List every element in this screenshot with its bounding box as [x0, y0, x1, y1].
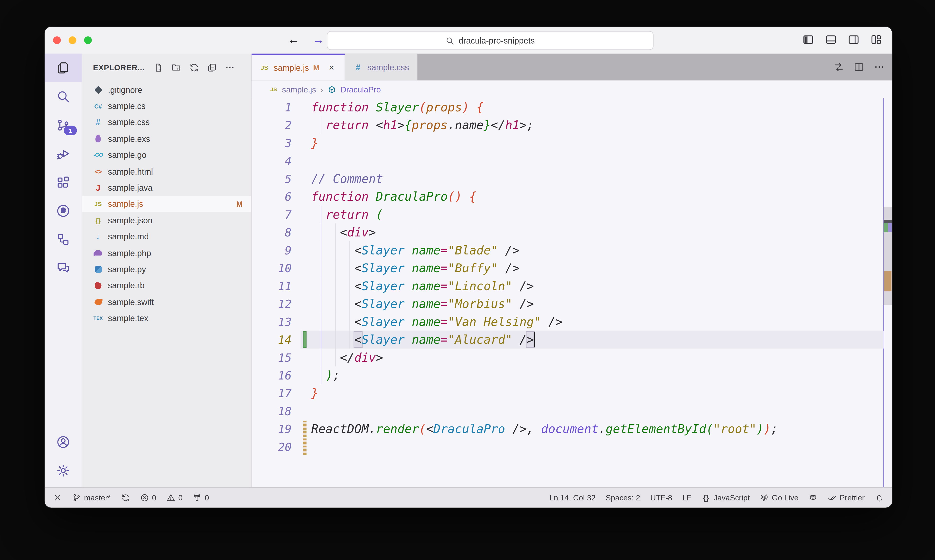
status-git-branch[interactable]: master*: [72, 493, 111, 502]
layout-sidebar-right-icon[interactable]: [847, 33, 860, 46]
activity-live-share[interactable]: [45, 254, 82, 282]
file-sample.py[interactable]: sample.py: [82, 261, 251, 277]
activity-remote-explorer[interactable]: [45, 225, 82, 254]
code-line-7[interactable]: 7 return (: [251, 206, 892, 223]
status-encoding[interactable]: UTF-8: [650, 493, 672, 502]
activity-account[interactable]: [45, 428, 82, 456]
navigate-back-button[interactable]: ←: [286, 32, 301, 48]
code-line-8[interactable]: 8 <div>: [251, 223, 892, 241]
code-line-15[interactable]: 15 </div>: [251, 349, 892, 366]
code-line-1[interactable]: 1function Slayer(props) {: [251, 98, 892, 116]
breadcrumb-file[interactable]: sample.js: [282, 85, 316, 94]
code-line-5[interactable]: 5// Comment: [251, 170, 892, 188]
line-number[interactable]: 18: [251, 402, 292, 420]
code-line-4[interactable]: 4: [251, 152, 892, 169]
line-number[interactable]: 17: [251, 385, 292, 402]
layout-editor-grid-icon[interactable]: [870, 33, 883, 46]
code-line-12[interactable]: 12 <Slayer name="Morbius" />: [251, 295, 892, 312]
file-sample.swift[interactable]: sample.swift: [82, 294, 251, 310]
file-sample.md[interactable]: ↓sample.md: [82, 228, 251, 245]
status-remote-indicator[interactable]: [53, 493, 62, 502]
line-number[interactable]: 19: [251, 420, 292, 438]
line-number[interactable]: 5: [251, 170, 292, 188]
file-sample.rb[interactable]: sample.rb: [82, 277, 251, 294]
more-icon[interactable]: [225, 63, 235, 73]
code-line-10[interactable]: 10 <Slayer name="Buffy" />: [251, 259, 892, 277]
file-sample.tex[interactable]: TEXsample.tex: [82, 310, 251, 326]
code-line-13[interactable]: 13 <Slayer name="Van Helsing" />: [251, 313, 892, 331]
new-folder-icon[interactable]: [171, 63, 181, 73]
line-number[interactable]: 2: [251, 116, 292, 134]
split-editor-icon[interactable]: [853, 61, 865, 73]
line-number[interactable]: 9: [251, 241, 292, 259]
minimize-window-button[interactable]: [69, 36, 76, 44]
navigate-forward-button[interactable]: →: [311, 32, 326, 48]
status-notifications[interactable]: [875, 493, 884, 502]
refresh-icon[interactable]: [189, 63, 199, 73]
file-.gitignore[interactable]: .gitignore: [82, 82, 251, 98]
code-line-20[interactable]: 20: [251, 438, 892, 455]
code-line-14[interactable]: 14 <Slayer name="Alucard" />: [251, 331, 892, 348]
status-go-live[interactable]: Go Live: [760, 493, 799, 502]
file-sample.js[interactable]: JSsample.jsM: [82, 196, 251, 212]
tab-sample.css[interactable]: #sample.css: [345, 54, 417, 80]
layout-panel-icon[interactable]: [825, 33, 837, 46]
command-center-search[interactable]: dracula-pro-snippets: [327, 31, 654, 50]
file-sample.cs[interactable]: C#sample.cs: [82, 98, 251, 114]
line-number[interactable]: 10: [251, 259, 292, 277]
status-eol[interactable]: LF: [682, 493, 691, 502]
file-sample.json[interactable]: {}sample.json: [82, 212, 251, 228]
code-line-18[interactable]: 18: [251, 402, 892, 420]
code-line-17[interactable]: 17}: [251, 385, 892, 402]
status-sync[interactable]: [121, 493, 130, 502]
compare-changes-icon[interactable]: [833, 61, 844, 73]
file-sample.php[interactable]: sample.php: [82, 245, 251, 261]
activity-search[interactable]: [45, 82, 82, 111]
file-sample.java[interactable]: Jsample.java: [82, 180, 251, 196]
code-editor[interactable]: 1function Slayer(props) {2 return <h1>{p…: [251, 98, 892, 487]
status-cursor-position[interactable]: Ln 14, Col 32: [549, 493, 596, 502]
code-line-11[interactable]: 11 <Slayer name="Lincoln" />: [251, 277, 892, 295]
code-line-6[interactable]: 6function DraculaPro() {: [251, 188, 892, 205]
file-sample.html[interactable]: <>sample.html: [82, 163, 251, 180]
status-indentation[interactable]: Spaces: 2: [606, 493, 640, 502]
activity-source-control[interactable]: 1: [45, 111, 82, 140]
status-problems-errors[interactable]: 0: [140, 493, 156, 502]
status-problems-warnings[interactable]: 0: [166, 493, 183, 502]
line-number[interactable]: 8: [251, 223, 292, 241]
line-number[interactable]: 1: [251, 98, 292, 116]
line-number[interactable]: 15: [251, 349, 292, 366]
line-number[interactable]: 20: [251, 438, 292, 455]
status-language[interactable]: {}JavaScript: [702, 493, 750, 502]
code-line-2[interactable]: 2 return <h1>{props.name}</h1>;: [251, 116, 892, 134]
code-line-19[interactable]: 19ReactDOM.render(<DraculaPro />, docume…: [251, 420, 892, 438]
more-icon[interactable]: [874, 61, 885, 73]
file-sample.go[interactable]: -GOsample.go: [82, 147, 251, 163]
line-number[interactable]: 6: [251, 188, 292, 205]
collapse-all-icon[interactable]: [207, 63, 217, 73]
tab-sample.js[interactable]: JSsample.jsM×: [251, 54, 345, 80]
line-number[interactable]: 14: [251, 331, 292, 348]
file-sample.css[interactable]: #sample.css: [82, 114, 251, 131]
activity-settings[interactable]: [45, 456, 82, 485]
line-number[interactable]: 11: [251, 277, 292, 295]
close-window-button[interactable]: [53, 36, 61, 44]
line-number[interactable]: 7: [251, 206, 292, 223]
line-number[interactable]: 12: [251, 295, 292, 312]
line-number[interactable]: 16: [251, 366, 292, 384]
breadcrumb-symbol[interactable]: DraculaPro: [340, 85, 381, 94]
status-ports[interactable]: 0: [193, 493, 209, 502]
layout-sidebar-icon[interactable]: [802, 33, 815, 46]
activity-run-debug[interactable]: [45, 139, 82, 168]
close-tab-icon[interactable]: ×: [326, 62, 337, 73]
file-sample.exs[interactable]: sample.exs: [82, 131, 251, 147]
activity-github[interactable]: [45, 197, 82, 225]
status-prettier[interactable]: Prettier: [828, 493, 865, 502]
code-line-3[interactable]: 3}: [251, 134, 892, 152]
line-number[interactable]: 13: [251, 313, 292, 331]
status-copilot[interactable]: [808, 493, 818, 502]
code-line-9[interactable]: 9 <Slayer name="Blade" />: [251, 241, 892, 259]
line-number[interactable]: 4: [251, 152, 292, 169]
activity-explorer[interactable]: [45, 54, 82, 82]
zoom-window-button[interactable]: [84, 36, 92, 44]
